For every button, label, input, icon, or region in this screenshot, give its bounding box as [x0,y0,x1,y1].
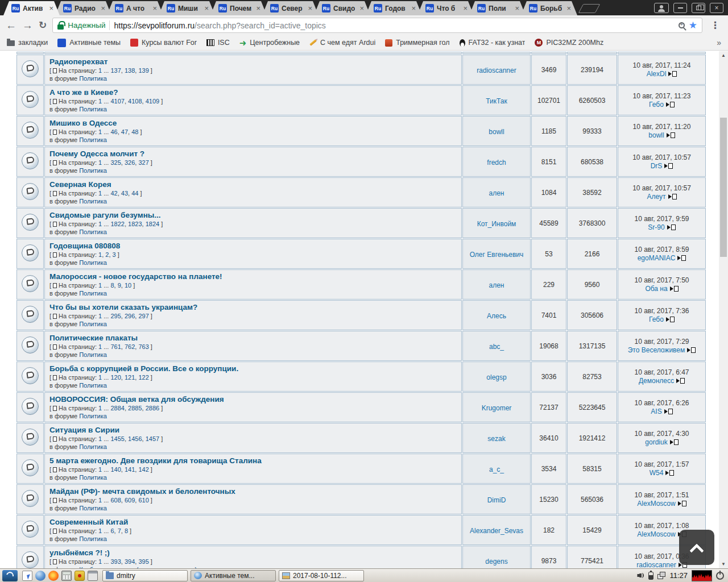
topic-author-link[interactable]: DimiD [487,496,506,504]
page-number-link[interactable]: 1455 [110,435,124,442]
task-window-button[interactable]: Активные тем... [191,570,276,581]
topic-title-link[interactable]: Борьба с коррупцией в России. Все о корр… [49,364,457,373]
tab-close-icon[interactable]: × [255,5,261,12]
lastpost-author-link[interactable]: AlexMoscow [637,530,675,539]
topic-title-link[interactable]: НОВОРОССИЯ: Общая ветка для обсуждения [49,395,457,404]
forum-link[interactable]: Политика [79,505,107,512]
tab-close-icon[interactable]: × [411,5,416,12]
forum-link[interactable]: Политика [79,228,107,235]
topic-author-link[interactable]: Олег Евгеньевич [470,251,524,259]
lastpost-author-link[interactable]: bowll [648,131,664,140]
volume-icon[interactable] [637,572,644,579]
topic-author-link[interactable]: degens [485,558,507,566]
page-number-link[interactable]: 4109 [146,98,159,105]
topic-title-link[interactable]: А что же в Киеве? [49,88,457,97]
close-window-button[interactable]: × [710,3,723,13]
cpu-monitor-graph[interactable] [692,570,712,581]
goto-lastpost-icon[interactable] [670,286,679,292]
page-number-link[interactable]: 325 [110,159,121,166]
topic-author-link[interactable]: olegsp [486,373,506,381]
lastpost-author-link[interactable]: radioscanner [636,561,676,569]
scrollbar-thumb[interactable] [720,118,727,257]
bookmark-item[interactable]: С чем едят Ardui [309,39,375,47]
lastpost-author-link[interactable]: AIS [651,408,661,416]
goto-lastpost-icon[interactable] [677,255,686,261]
page-number-link[interactable]: 297 [138,313,148,319]
forum-link[interactable]: Политика [79,167,107,174]
browser-tab[interactable]: Ru Поли × [469,1,526,15]
file-manager-icon[interactable] [22,571,32,581]
topic-author-link[interactable]: a_c_ [489,465,504,473]
page-number-link[interactable]: 763 [138,343,148,350]
topic-author-link[interactable]: ТикТак [486,97,507,105]
lastpost-author-link[interactable]: Гебо [649,315,664,324]
scrollbar-up-arrow-icon[interactable]: ▲ [719,53,728,58]
page-number-link[interactable]: 4108 [128,98,142,105]
page-number-link[interactable]: 1823 [128,221,142,227]
profile-button[interactable] [654,3,669,13]
page-number-link[interactable]: 48 [131,128,138,135]
forum-link[interactable]: Политика [79,321,107,327]
task-window-button[interactable]: dmitry [102,570,188,581]
browser-tab[interactable]: Ru Север × [262,1,318,15]
forum-link[interactable]: Политика [79,75,107,82]
forum-link[interactable]: Политика [79,382,107,389]
tab-close-icon[interactable]: × [307,5,313,12]
page-number-link[interactable]: 42 [110,190,117,197]
page-number-link[interactable]: 327 [138,159,148,166]
page-number-link[interactable]: 393 [110,558,121,565]
forum-link[interactable]: Политика [79,198,107,205]
goto-lastpost-icon[interactable] [665,470,674,476]
lastpost-author-link[interactable]: gordiuk [645,438,667,447]
bookmark-item[interactable]: ➜ Центробежные [239,39,300,47]
page-number-link[interactable]: 761 [110,343,121,350]
start-menu-button[interactable] [2,570,18,581]
page-number-link[interactable]: 2884 [110,405,124,411]
page-number-link[interactable]: 295 [110,313,121,319]
lastpost-author-link[interactable]: Оба на [645,285,667,293]
page-number-link[interactable]: 4107 [110,98,124,105]
tab-close-icon[interactable]: × [514,5,520,12]
browser-menu-icon[interactable]: ⋮ [708,19,722,31]
lastpost-author-link[interactable]: AlexMoscow [637,500,675,508]
topic-title-link[interactable]: Современный Китай [49,518,457,527]
page-number-link[interactable]: 2886 [146,405,159,411]
bookmark-item[interactable]: Активные темы [57,39,121,47]
browser-tab[interactable]: Ru Годов × [366,1,422,15]
secure-lock-icon[interactable] [57,24,64,30]
topic-author-link[interactable]: bowll [489,128,504,136]
page-number-link[interactable]: 120 [110,374,121,381]
lastpost-author-link[interactable]: Sr-90 [648,223,664,232]
topic-title-link[interactable]: Малороссия - новое государство на планет… [49,272,457,281]
goto-lastpost-icon[interactable] [666,102,675,107]
goto-lastpost-icon[interactable] [664,163,673,169]
topic-title-link[interactable]: Свидомые рагули безумны... [49,211,457,220]
task-window-button[interactable]: 2017-08-10-112... [279,570,364,581]
page-number-link[interactable]: 1822 [110,221,124,227]
lastpost-author-link[interactable]: Гебо [649,101,664,109]
page-number-link[interactable]: 3 [113,251,116,258]
bookmark-item[interactable]: FAT32 - как узнат [460,39,526,47]
page-number-link[interactable]: 394 [125,558,135,565]
page-number-link[interactable]: 47 [121,128,128,135]
goto-lastpost-icon[interactable] [668,71,677,77]
page-number-link[interactable]: 395 [138,558,148,565]
topic-title-link[interactable]: Северная Корея [49,180,457,189]
forum-link[interactable]: Политика [79,413,107,419]
bookmark-item[interactable]: Курсы валют For [130,39,197,47]
page-number-link[interactable]: 121 [125,374,135,381]
topic-author-link[interactable]: Krugomer [482,404,512,412]
page-number-link[interactable]: 608 [110,497,121,504]
topic-title-link[interactable]: Годовщина 080808 [49,242,457,251]
topic-title-link[interactable]: улыбнёмся ?! ;) [49,548,457,558]
topic-title-link[interactable]: Мишико в Одессе [49,119,457,128]
browser-tab[interactable]: Ru А что × [107,1,163,15]
topic-author-link[interactable]: fredch [487,159,506,167]
page-number-link[interactable]: 8 [125,527,128,534]
lastpost-author-link[interactable]: Демонлесс [639,377,674,385]
lastpost-author-link[interactable]: DrS [651,162,663,171]
goto-lastpost-icon[interactable] [667,132,675,138]
page-number-link[interactable]: 122 [138,374,148,381]
page-scrollbar[interactable]: ▲ ▼ [719,51,728,568]
topic-author-link[interactable]: radioscanner [477,66,516,74]
